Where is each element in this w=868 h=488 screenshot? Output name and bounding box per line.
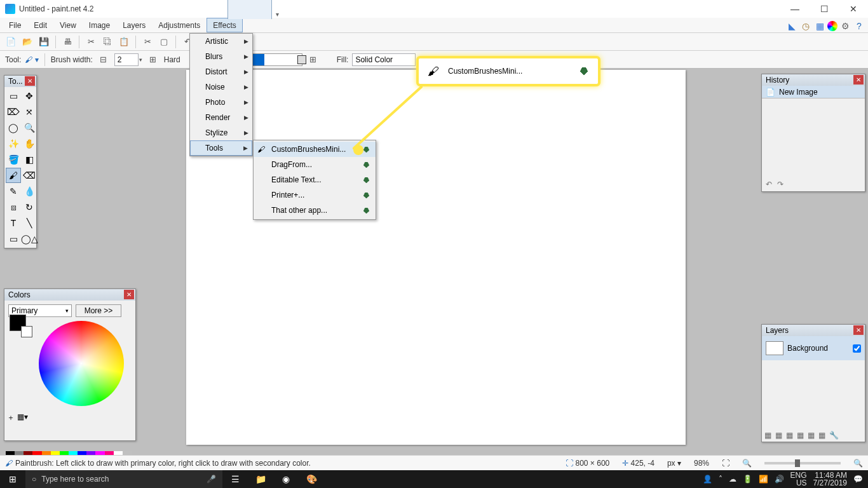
undo-icon[interactable]: ↶ [766,180,772,189]
effects-item-artistic[interactable]: Artistic▶ [190,34,252,49]
add-color-icon[interactable]: ＋ [7,412,15,423]
paste-button[interactable]: 📋 [117,35,131,49]
canvas[interactable] [186,70,686,445]
zoom-slider[interactable] [764,462,841,464]
layer-item[interactable]: Background [762,336,865,360]
settings-icon[interactable]: ⚙ [839,20,851,32]
tool-clone-stamp[interactable]: ⧇ [6,200,21,215]
mic-icon[interactable]: 🎤 [207,475,216,484]
tool-recolor[interactable]: ↻ [22,200,37,215]
file-explorer-icon[interactable]: 📁 [248,470,273,488]
status-zoom[interactable]: 98% [694,459,709,468]
wifi-icon[interactable]: 📶 [759,475,768,484]
zoom-out-icon[interactable]: 🔍 [742,459,752,468]
copy-button[interactable]: ⿻ [100,35,114,49]
effects-item-render[interactable]: Render▶ [190,110,252,125]
history-window-icon[interactable]: ◷ [799,20,812,32]
tray-chevron-icon[interactable]: ˄ [719,475,722,484]
tool-move-selection[interactable]: ⤧ [22,104,37,119]
panel-close-button[interactable]: ✕ [853,75,864,85]
tool-paint-bucket[interactable]: 🪣 [6,152,21,167]
paintnet-taskbar-icon[interactable]: 🎨 [299,470,324,488]
tool-magic-wand[interactable]: ✨ [6,136,21,151]
volume-icon[interactable]: 🔊 [775,475,784,484]
tool-shapes-2[interactable]: ◯△ [22,231,37,247]
tools-subitem[interactable]: DragFrom...⯂ [254,157,376,172]
minimize-button[interactable]: — [780,0,810,18]
tools-subitem[interactable]: Editable Text...⯂ [254,172,376,187]
color-swatches[interactable] [10,315,26,331]
tool-text[interactable]: T [6,215,21,231]
maximize-button[interactable]: ☐ [810,0,839,18]
tools-subitem[interactable]: Printer+...⯂ [254,187,376,203]
delete-layer-icon[interactable]: ▦ [775,431,782,440]
help-icon[interactable]: ? [853,20,865,32]
tool-shapes[interactable]: ▭ [6,231,21,247]
people-icon[interactable]: 👤 [703,475,712,484]
search-box[interactable]: ○ Type here to search 🎤 [25,470,222,488]
fit-window-icon[interactable]: ⛶ [722,459,729,468]
effects-item-photo[interactable]: Photo▶ [190,95,252,110]
clock[interactable]: 11:48 AM7/27/2019 [813,471,847,487]
notifications-icon[interactable]: 💬 [853,475,863,484]
tool-eraser[interactable]: ⌫ [22,168,37,183]
slider-handle-icon[interactable] [297,55,306,64]
chrome-icon[interactable]: ◉ [273,470,299,488]
status-unit[interactable]: px ▾ [667,459,681,468]
menu-edit[interactable]: Edit [27,18,53,32]
more-button[interactable]: More >> [76,304,121,317]
crop-button[interactable]: ✂ [140,35,154,49]
tab-dropdown-icon[interactable]: ▾ [276,11,279,18]
colors-window-icon[interactable] [827,21,837,31]
panel-close-button[interactable]: ✕ [25,76,35,86]
menu-image[interactable]: Image [83,18,116,32]
onedrive-icon[interactable]: ☁ [729,475,736,484]
brush-increase-button[interactable]: ⊞ [146,53,160,67]
panel-close-button[interactable]: ✕ [853,325,864,335]
history-item[interactable]: 📄New Image [762,86,865,98]
zoom-in-icon[interactable]: 🔍 [853,459,863,468]
tool-color-picker[interactable]: 💧 [22,184,37,199]
tool-move[interactable]: ✥ [22,88,37,104]
redo-icon[interactable]: ↷ [777,180,783,189]
cut-button[interactable]: ✂ [84,35,98,49]
new-button[interactable]: 📄 [4,35,18,49]
tool-pencil[interactable]: ✎ [6,184,21,199]
language-indicator[interactable]: ENGUS [790,471,807,487]
task-view-icon[interactable]: ☰ [222,470,248,488]
menu-view[interactable]: View [53,18,83,32]
brush-width-input[interactable] [114,53,139,66]
close-button[interactable]: ✕ [839,0,868,18]
save-button[interactable]: 💾 [37,35,51,49]
hardness-increase-icon[interactable]: ⊞ [306,53,320,67]
duplicate-layer-icon[interactable]: ▦ [786,431,793,440]
palette-icon[interactable]: ▦▾ [17,412,28,423]
effects-item-stylize[interactable]: Stylize▶ [190,125,252,140]
tool-gradient[interactable]: ◧ [22,152,37,167]
start-button[interactable]: ⊞ [0,470,25,488]
panel-close-button[interactable]: ✕ [124,290,134,299]
chevron-down-icon[interactable]: ▾ [139,57,142,63]
move-down-icon[interactable]: ▦ [818,431,825,440]
tool-line[interactable]: ╲ [22,215,37,231]
add-layer-icon[interactable]: ▦ [764,431,771,440]
deselect-button[interactable]: ▢ [157,35,171,49]
effects-item-blurs[interactable]: Blurs▶ [190,49,252,64]
tool-icon[interactable]: 🖌 ▾ [25,55,38,64]
tool-rectangle-select[interactable]: ▭ [6,88,21,104]
tool-pan[interactable]: ✋ [22,136,37,151]
menu-adjustments[interactable]: Adjustments [152,18,207,32]
open-button[interactable]: 📂 [20,35,34,49]
battery-icon[interactable]: 🔋 [743,475,752,484]
move-up-icon[interactable]: ▦ [808,431,815,440]
brush-decrease-button[interactable]: ⊟ [97,53,111,67]
fill-select[interactable]: Solid Color [352,53,416,66]
color-wheel[interactable] [39,321,124,406]
merge-layer-icon[interactable]: ▦ [797,431,804,440]
print-button[interactable]: 🖶 [60,35,74,49]
menu-effects[interactable]: Effects [207,18,242,32]
properties-icon[interactable]: 🔧 [829,431,839,440]
tools-subitem[interactable]: That other app...⯂ [254,203,376,218]
tool-paintbrush[interactable]: 🖌 [6,168,21,183]
menu-layers[interactable]: Layers [116,18,152,32]
